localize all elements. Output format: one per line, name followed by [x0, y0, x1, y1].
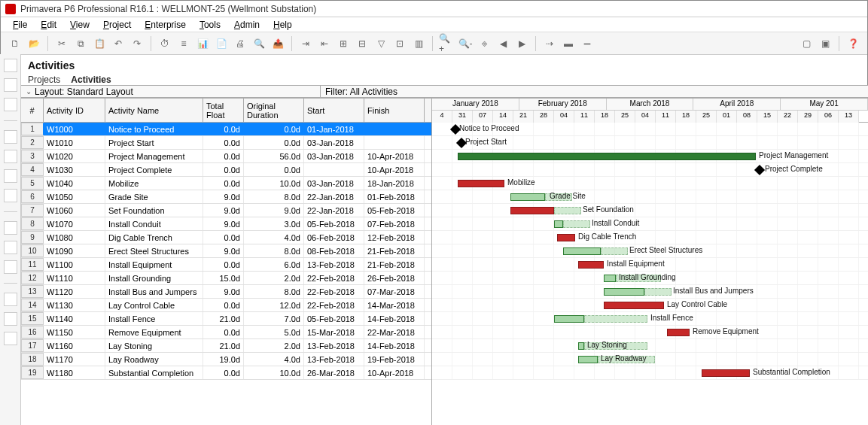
prev-icon[interactable]: ◀ — [495, 35, 511, 52]
milestone-icon[interactable] — [754, 165, 765, 175]
columns-icon[interactable]: ▥ — [410, 35, 427, 52]
schedule-icon[interactable]: ⏱ — [157, 35, 173, 52]
zoom-out-icon[interactable]: 🔍- — [457, 35, 474, 52]
summary-icon[interactable] — [4, 293, 17, 306]
gantt-bar[interactable] — [554, 220, 563, 228]
progress-icon[interactable]: ▬ — [560, 35, 577, 52]
gantt-bar[interactable] — [563, 247, 601, 255]
menu-tools[interactable]: Tools — [193, 18, 227, 32]
menu-view[interactable]: View — [64, 18, 96, 32]
preview-icon[interactable]: 🔍 — [251, 35, 267, 52]
col-activity-id[interactable]: Activity ID — [44, 99, 105, 122]
col-num[interactable]: # — [21, 99, 44, 122]
gantt-bar[interactable] — [578, 356, 598, 363]
menu-help[interactable]: Help — [267, 18, 298, 32]
gantt-row[interactable]: Notice to Proceed — [432, 123, 868, 136]
gantt-bar[interactable] — [458, 180, 504, 187]
add-activity-icon[interactable] — [4, 59, 17, 72]
next-icon[interactable]: ▶ — [513, 35, 530, 52]
paste-icon[interactable]: 📋 — [91, 35, 108, 52]
table-row[interactable]: 16W1150Remove Equipment0.0d5.0d15-Mar-20… — [21, 326, 431, 339]
col-finish[interactable]: Finish — [364, 99, 425, 122]
publish-icon[interactable]: 📤 — [270, 35, 286, 52]
open-icon[interactable]: 📂 — [26, 35, 42, 52]
menu-project[interactable]: Project — [97, 18, 137, 32]
col-orig-duration[interactable]: Original Duration — [244, 99, 304, 122]
table-row[interactable]: 13W1120Install Bus and Jumpers9.0d8.0d22… — [21, 285, 431, 299]
col-activity-name[interactable]: Activity Name — [105, 99, 203, 122]
table-row[interactable]: 9W1080Dig Cable Trench0.0d4.0d06-Feb-201… — [21, 231, 431, 244]
report-icon[interactable]: 📄 — [213, 35, 230, 52]
undo-icon[interactable]: ↶ — [110, 35, 126, 52]
feedback-icon[interactable] — [4, 221, 17, 235]
gantt-row[interactable]: Set Foundation — [432, 204, 868, 217]
gantt-bar[interactable] — [702, 369, 750, 377]
table-row[interactable]: 7W1060Set Foundation9.0d9.0d22-Jan-20180… — [21, 204, 431, 217]
notebook-icon[interactable] — [4, 169, 17, 183]
menu-file[interactable]: File — [7, 18, 33, 32]
indent-icon[interactable]: ⇥ — [297, 35, 314, 52]
gantt-bar[interactable] — [578, 342, 584, 350]
gantt-body[interactable]: Notice to ProceedProject StartProject Ma… — [432, 123, 868, 380]
filter-selector[interactable]: Filter: All Activities — [321, 86, 868, 97]
table-row[interactable]: 19W1180Substantial Completion0.0d10.0d26… — [21, 366, 431, 380]
gantt-row[interactable]: Erect Steel Structures — [432, 244, 868, 258]
gantt-bar[interactable] — [510, 193, 545, 201]
gantt-row[interactable]: Remove Equipment — [432, 326, 868, 339]
gantt-row[interactable]: Dig Cable Trench — [432, 231, 868, 244]
table-row[interactable]: 17W1160Lay Stoning21.0d2.0d13-Feb-201814… — [21, 339, 431, 353]
chart-icon[interactable]: 📊 — [194, 35, 211, 52]
table-row[interactable]: 2W1010Project Start0.0d0.0d03-Jan-2018 — [21, 136, 431, 150]
gantt-row[interactable]: Install Bus and Jumpers — [432, 285, 868, 299]
baseline-icon[interactable]: ═ — [579, 35, 595, 52]
redo-icon[interactable]: ↷ — [129, 35, 145, 52]
zoom-in-icon[interactable]: 🔍+ — [438, 35, 455, 52]
copy-activity-icon[interactable] — [4, 98, 17, 111]
col-total-float[interactable]: Total Float — [203, 99, 244, 122]
group-icon[interactable]: ⊡ — [391, 35, 408, 52]
col-start[interactable]: Start — [304, 99, 364, 122]
gantt-row[interactable]: Install Equipment — [432, 258, 868, 272]
menu-enterprise[interactable]: Enterprise — [139, 18, 192, 32]
layout-selector[interactable]: ⌄ Layout: Standard Layout — [21, 86, 321, 97]
copy-icon[interactable]: ⧉ — [72, 35, 89, 52]
goto-icon[interactable]: ⎆ — [476, 35, 492, 52]
gantt-row[interactable]: Install Grounding — [432, 272, 868, 285]
table-row[interactable]: 8W1070Install Conduit9.0d3.0d05-Feb-2018… — [21, 217, 431, 231]
expand-icon[interactable]: ⊞ — [335, 35, 352, 52]
level-icon[interactable]: ≡ — [175, 35, 192, 52]
cut-icon[interactable]: ✂ — [53, 35, 70, 52]
gantt-bar[interactable] — [458, 153, 756, 160]
gantt-bar[interactable] — [604, 288, 644, 296]
gantt-bar[interactable] — [557, 234, 575, 241]
gantt-row[interactable]: Project Management — [432, 150, 868, 163]
status-icon[interactable] — [4, 312, 17, 326]
menu-edit[interactable]: Edit — [35, 18, 62, 32]
table-row[interactable]: 4W1030Project Complete0.0d0.0d10-Apr-201… — [21, 163, 431, 177]
tab-projects[interactable]: Projects — [28, 74, 60, 85]
gantt-row[interactable]: Grade Site — [432, 190, 868, 204]
delete-activity-icon[interactable] — [4, 78, 17, 92]
gantt-row[interactable]: Lay Roadway — [432, 353, 868, 366]
gantt-row[interactable]: Project Complete — [432, 163, 868, 177]
gantt-row[interactable]: Install Conduit — [432, 217, 868, 231]
gantt-chart[interactable]: January 2018February 2018March 2018April… — [432, 99, 868, 425]
filter-icon[interactable]: ▽ — [373, 35, 389, 52]
new-icon[interactable]: 🗋 — [7, 35, 23, 52]
table-row[interactable]: 12W1110Install Grounding15.0d2.0d22-Feb-… — [21, 272, 431, 285]
gantt-row[interactable]: Substantial Completion — [432, 366, 868, 380]
table-row[interactable]: 1W1000Notice to Proceed0.0d0.0d01-Jan-20… — [21, 123, 431, 136]
table-row[interactable]: 15W1140Install Fence21.0d7.0d05-Feb-2018… — [21, 312, 431, 326]
gantt-bar[interactable] — [604, 275, 616, 282]
gantt-bar[interactable] — [604, 302, 664, 309]
expenses-icon[interactable] — [4, 260, 17, 274]
table-row[interactable]: 6W1050Grade Site9.0d8.0d22-Jan-201801-Fe… — [21, 190, 431, 204]
resources-icon[interactable] — [4, 130, 17, 144]
window-tile-icon[interactable]: ▢ — [798, 35, 815, 52]
menu-admin[interactable]: Admin — [228, 18, 266, 32]
table-row[interactable]: 18W1170Lay Roadway19.0d4.0d13-Feb-201819… — [21, 353, 431, 366]
wps-icon[interactable] — [4, 241, 17, 254]
risks-icon[interactable] — [4, 332, 17, 345]
gantt-bar[interactable] — [578, 261, 604, 269]
table-row[interactable]: 5W1040Mobilize0.0d10.0d03-Jan-201818-Jan… — [21, 177, 431, 190]
